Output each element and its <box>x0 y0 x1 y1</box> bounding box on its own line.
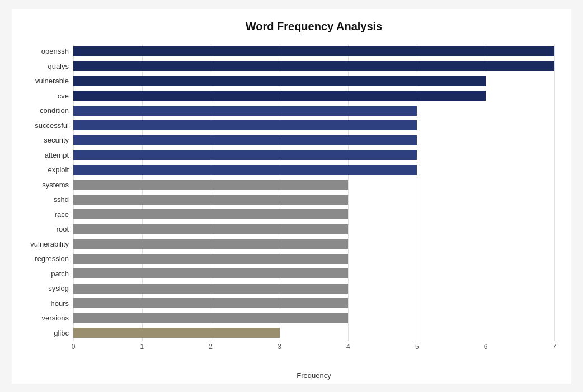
bar-wrap <box>73 89 554 102</box>
bar-label: successful <box>13 121 69 130</box>
bar-wrap <box>73 178 554 191</box>
bar-fill <box>73 46 554 56</box>
bar-wrap <box>73 193 554 206</box>
bar-fill <box>73 91 486 101</box>
x-tick-label: 4 <box>346 343 350 351</box>
bar-label: root <box>13 225 69 233</box>
bar-row: openssh <box>73 45 554 58</box>
bar-wrap <box>73 119 554 131</box>
bar-wrap <box>73 327 554 339</box>
bar-label: attempt <box>13 151 69 159</box>
bar-label: regression <box>13 254 69 263</box>
bar-label: exploit <box>13 166 69 174</box>
bar-fill <box>73 165 417 175</box>
bar-wrap <box>73 60 554 72</box>
bar-row: systems <box>73 178 554 191</box>
bar-wrap <box>73 253 554 265</box>
bar-row: successful <box>73 119 554 131</box>
bar-row: glibc <box>73 327 554 339</box>
bar-fill <box>73 284 348 294</box>
x-tick-label: 2 <box>209 343 213 351</box>
bar-fill <box>73 120 417 130</box>
bar-wrap <box>73 297 554 309</box>
bar-fill <box>73 180 348 190</box>
bar-label: patch <box>13 270 69 278</box>
bar-wrap <box>73 75 554 87</box>
bar-fill <box>73 328 280 338</box>
bar-wrap <box>73 208 554 220</box>
bar-row: syslog <box>73 282 554 295</box>
bar-fill <box>73 268 348 278</box>
bar-wrap <box>73 238 554 250</box>
x-axis-label: Frequency <box>297 371 331 380</box>
bar-fill <box>73 298 348 308</box>
bar-fill <box>73 209 348 219</box>
bar-row: exploit <box>73 164 554 176</box>
x-tick-label: 7 <box>553 343 557 351</box>
bar-label: glibc <box>13 329 69 337</box>
chart-container: Word Frequency Analysis opensshqualysvul… <box>12 9 571 384</box>
bar-label: versions <box>13 314 69 322</box>
bar-row: hours <box>73 297 554 309</box>
bar-row: patch <box>73 267 554 280</box>
bar-fill <box>73 313 348 323</box>
bar-fill <box>73 195 348 205</box>
bar-row: security <box>73 134 554 147</box>
bar-row: race <box>73 208 554 220</box>
bar-wrap <box>73 312 554 324</box>
bar-fill <box>73 61 554 71</box>
x-tick-label: 5 <box>415 343 419 351</box>
bar-wrap <box>73 45 554 58</box>
bar-fill <box>73 76 486 86</box>
bar-label: syslog <box>13 284 69 292</box>
bar-row: regression <box>73 253 554 265</box>
bar-row: vulnerability <box>73 238 554 250</box>
bar-fill <box>73 239 348 249</box>
bar-wrap <box>73 134 554 147</box>
chart-title: Word Frequency Analysis <box>73 20 554 33</box>
bar-fill <box>73 254 348 264</box>
bar-wrap <box>73 164 554 176</box>
bar-row: root <box>73 223 554 235</box>
bar-label: openssh <box>13 47 69 55</box>
bar-label: race <box>13 210 69 219</box>
bar-label: cve <box>13 92 69 100</box>
bar-wrap <box>73 267 554 280</box>
x-tick-label: 3 <box>278 343 281 351</box>
bar-row: attempt <box>73 149 554 161</box>
bar-row: sshd <box>73 193 554 206</box>
bar-label: hours <box>13 299 69 308</box>
bar-fill <box>73 224 348 234</box>
bar-fill <box>73 106 417 116</box>
bar-label: condition <box>13 106 69 115</box>
x-tick-label: 1 <box>140 343 144 351</box>
bar-row: vulnerable <box>73 75 554 87</box>
bar-row: versions <box>73 312 554 324</box>
bar-label: systems <box>13 181 69 189</box>
bar-wrap <box>73 105 554 117</box>
bar-label: vulnerability <box>13 240 69 248</box>
grid-line <box>554 44 555 341</box>
bar-wrap <box>73 223 554 235</box>
x-tick-label: 6 <box>484 343 488 351</box>
bar-row: qualys <box>73 60 554 72</box>
x-axis: Frequency 01234567 <box>73 341 554 357</box>
bar-wrap <box>73 149 554 161</box>
bars-container: opensshqualysvulnerablecveconditionsucce… <box>73 44 554 341</box>
bar-label: vulnerable <box>13 77 69 85</box>
bar-row: condition <box>73 105 554 117</box>
bar-label: security <box>13 136 69 144</box>
bar-row: cve <box>73 89 554 102</box>
bar-fill <box>73 150 417 160</box>
x-tick-label: 0 <box>72 343 76 351</box>
bar-label: sshd <box>13 195 69 204</box>
bar-wrap <box>73 282 554 295</box>
chart-area: opensshqualysvulnerablecveconditionsucce… <box>73 44 554 357</box>
bar-fill <box>73 135 417 145</box>
bar-label: qualys <box>13 62 69 70</box>
